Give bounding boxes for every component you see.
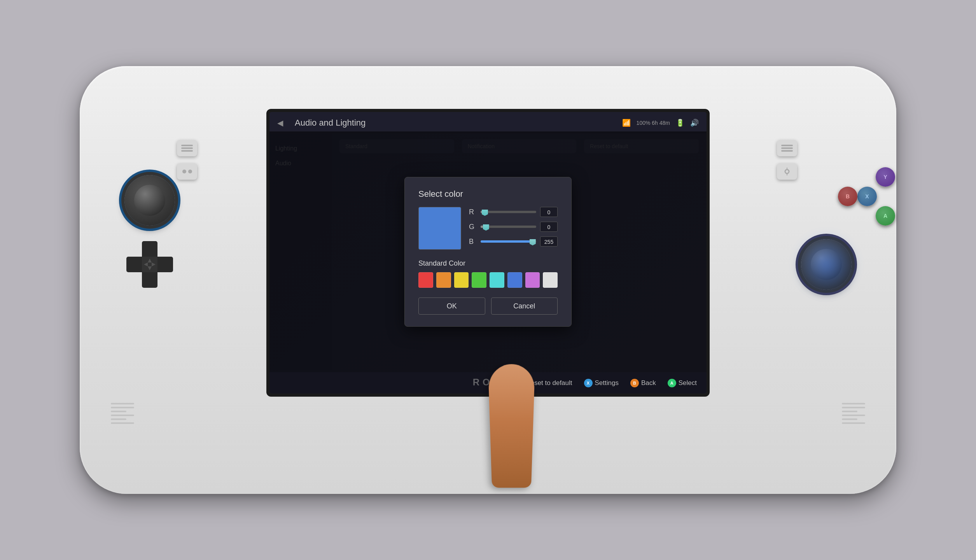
green-slider-track[interactable] — [481, 226, 536, 228]
svg-marker-3 — [152, 262, 156, 266]
speaker-line — [842, 407, 865, 408]
red-label: R — [469, 208, 477, 216]
speaker-line — [842, 403, 865, 404]
speaker-line — [842, 415, 865, 416]
blue-label: B — [469, 238, 477, 246]
swatch-yellow[interactable] — [454, 272, 469, 288]
speaker-line — [111, 403, 134, 404]
swatch-white[interactable] — [543, 272, 558, 288]
svg-rect-4 — [781, 145, 793, 146]
speaker-line — [111, 407, 134, 408]
right-menu-buttons — [777, 140, 797, 180]
red-value[interactable]: 0 — [540, 207, 558, 217]
svg-marker-1 — [148, 266, 152, 270]
wifi-icon: 📶 — [622, 119, 631, 127]
battery-text: 100% 6h 48m — [637, 120, 670, 126]
dialog-buttons: OK Cancel — [418, 298, 558, 315]
blue-slider-track[interactable] — [481, 240, 536, 243]
svg-rect-6 — [781, 150, 793, 152]
speaker-icon: 🔊 — [690, 119, 699, 127]
back-arrow-icon: ◀ — [277, 118, 283, 128]
device-chassis: Y X B A — [80, 66, 896, 494]
green-slider-thumb[interactable] — [483, 223, 489, 231]
swatch-green[interactable] — [472, 272, 486, 288]
finger — [490, 369, 533, 494]
swatch-orange[interactable] — [436, 272, 451, 288]
select-label: Select — [679, 379, 697, 387]
speaker-right — [842, 403, 865, 424]
b-button[interactable]: B — [838, 187, 857, 206]
left-menu-buttons — [177, 140, 197, 180]
swatch-purple[interactable] — [525, 272, 540, 288]
color-sliders: R 0 G — [469, 207, 558, 250]
right-menu-button-2[interactable] — [777, 163, 797, 180]
red-slider-thumb[interactable] — [482, 208, 488, 216]
color-dialog: Select color R — [404, 177, 572, 327]
screen-topbar: ◀ Audio and Lighting 📶 100% 6h 48m 🔋 🔊 — [269, 112, 707, 133]
screen-bezel: ◀ Audio and Lighting 📶 100% 6h 48m 🔋 🔊 L… — [266, 109, 710, 397]
standard-color-label: Standard Color — [418, 259, 558, 268]
settings-action: X Settings — [584, 379, 619, 387]
a-button[interactable]: A — [876, 206, 895, 226]
y-button[interactable]: Y — [876, 167, 895, 187]
menu-button-2[interactable] — [177, 163, 197, 180]
svg-marker-0 — [148, 259, 152, 262]
ok-button[interactable]: OK — [418, 298, 485, 315]
swatch-cyan[interactable] — [490, 272, 504, 288]
red-slider-row: R 0 — [469, 207, 558, 217]
b-button-indicator: B — [630, 379, 639, 387]
speaker-line — [111, 415, 134, 416]
battery-icon: 🔋 — [676, 119, 684, 127]
green-value[interactable]: 0 — [540, 222, 558, 232]
blue-value[interactable]: 255 — [540, 236, 558, 247]
back-label: Back — [641, 379, 656, 387]
swatch-red[interactable] — [418, 272, 433, 288]
speaker-left — [111, 403, 134, 424]
svg-rect-5 — [781, 147, 793, 149]
dialog-overlay: Select color R — [269, 131, 707, 372]
red-slider-track[interactable] — [481, 211, 536, 213]
color-picker-area: R 0 G — [418, 207, 558, 250]
handheld-device: Y X B A — [60, 27, 916, 533]
cancel-button[interactable]: Cancel — [491, 298, 558, 315]
speaker-line — [842, 411, 857, 412]
a-button-indicator: A — [668, 379, 676, 387]
green-slider-row: G 0 — [469, 222, 558, 232]
speaker-line — [111, 418, 126, 420]
right-analog-stick[interactable] — [801, 239, 852, 290]
back-action: B Back — [630, 379, 656, 387]
speaker-line — [842, 418, 857, 420]
x-button[interactable]: X — [857, 187, 877, 206]
swatch-blue[interactable] — [507, 272, 522, 288]
speaker-line — [111, 411, 126, 412]
speaker-line — [111, 422, 134, 424]
blue-slider-fill — [481, 240, 535, 243]
dialog-title: Select color — [418, 189, 558, 199]
color-swatches — [418, 272, 558, 288]
speaker-line — [842, 422, 865, 424]
svg-point-7 — [785, 170, 789, 173]
color-preview — [418, 207, 461, 250]
screen: ◀ Audio and Lighting 📶 100% 6h 48m 🔋 🔊 L… — [269, 112, 707, 394]
select-action: A Select — [668, 379, 697, 387]
topbar-status-icons: 📶 100% 6h 48m 🔋 🔊 — [622, 119, 699, 127]
green-label: G — [469, 223, 477, 231]
blue-slider-thumb[interactable] — [530, 238, 536, 245]
left-analog-stick[interactable] — [124, 175, 175, 226]
left-stick-cap — [134, 185, 165, 216]
screen-title: Audio and Lighting — [295, 118, 366, 128]
settings-label: Settings — [595, 379, 619, 387]
right-menu-button-1[interactable] — [777, 140, 797, 156]
menu-button-1[interactable] — [177, 140, 197, 156]
svg-marker-2 — [144, 262, 148, 266]
standard-color-section: Standard Color — [418, 259, 558, 288]
x-button-indicator: X — [584, 379, 593, 387]
blue-slider-row: B 255 — [469, 236, 558, 247]
